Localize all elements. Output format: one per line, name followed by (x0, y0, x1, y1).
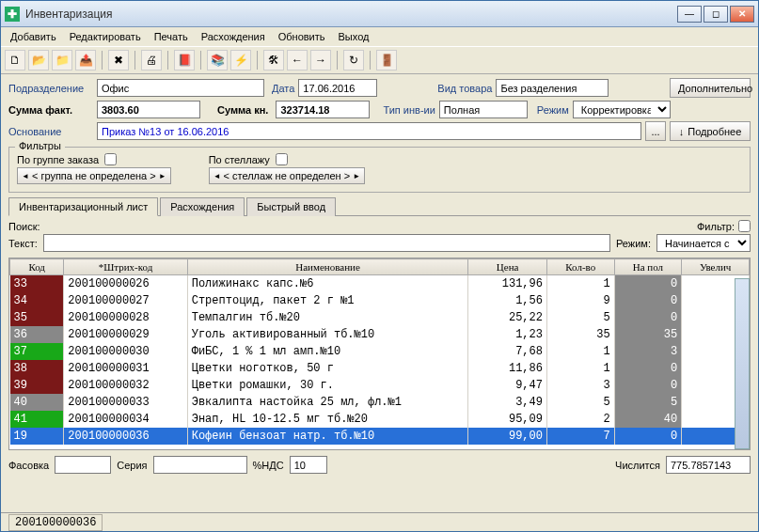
search-mode-select[interactable]: Начинается с (656, 234, 751, 252)
flash-icon[interactable]: ⚡ (230, 50, 251, 70)
col-header[interactable]: Наименование (187, 259, 468, 275)
menu-exit[interactable]: Выход (333, 29, 375, 44)
basis-input[interactable] (97, 122, 641, 140)
table-cell: 1,23 (468, 326, 547, 343)
vertical-scrollbar[interactable] (735, 278, 750, 449)
refresh-icon[interactable]: ↻ (343, 50, 364, 70)
table-cell: 200100000031 (64, 360, 187, 377)
table-row[interactable]: 36200100000029Уголь активированный тб.№1… (10, 326, 750, 343)
filter-checkbox[interactable] (738, 220, 751, 232)
col-header[interactable]: *Штрих-код (64, 259, 187, 275)
prev-icon[interactable]: ← (287, 50, 308, 70)
table-cell: Полижинакс капс.№6 (187, 275, 468, 292)
product-kind-label: Вид товара (437, 83, 492, 94)
new-icon[interactable]: 🗋 (5, 50, 25, 70)
table-row[interactable]: 37200100000030ФиБС, 1 % 1 мл амп.№107,68… (10, 343, 750, 360)
table-cell: 1 (546, 360, 614, 377)
table-row[interactable]: 40200100000033Эвкалипта настойка 25 мл, … (10, 394, 750, 411)
table-row[interactable]: 19200100000036Кофеин бензоат натр. тб.№1… (10, 428, 750, 445)
filter-group-dropdown[interactable]: ◄< группа не определена >► (17, 167, 171, 184)
filter-group-checkbox[interactable] (104, 153, 117, 165)
search-label: Поиск: (8, 221, 40, 232)
tab-inventory-list[interactable]: Инвентаризационный лист (8, 197, 158, 216)
menu-discrepancies[interactable]: Расхождения (196, 29, 271, 44)
table-row[interactable]: 33200100000026Полижинакс капс.№6131,9610 (10, 275, 750, 292)
counted-input[interactable] (666, 456, 751, 474)
table-row[interactable]: 38200100000031Цветки ноготков, 50 г11,86… (10, 360, 750, 377)
table-cell: 131,96 (468, 275, 547, 292)
filter-shelf-dropdown[interactable]: ◄< стеллаж не определен >► (209, 167, 365, 184)
tab-quick-entry[interactable]: Быстрый ввод (246, 197, 336, 216)
table-row[interactable]: 39200100000032Цветки ромашки, 30 г.9,473… (10, 377, 750, 394)
inventory-table[interactable]: Код*Штрих-кодНаименованиеЦенаКол-воНа по… (8, 258, 751, 450)
table-row[interactable]: 35200100000028Темпалгин тб.№2025,2250 (10, 309, 750, 326)
col-header[interactable]: Код (10, 259, 64, 275)
exit-icon[interactable]: 🚪 (376, 50, 397, 70)
series-label: Серия (117, 460, 147, 471)
app-icon: ✚ (5, 7, 20, 22)
filter-shelf-checkbox[interactable] (276, 153, 288, 165)
menu-print[interactable]: Печать (149, 29, 194, 44)
series-input[interactable] (153, 456, 247, 474)
close-button[interactable]: ✕ (730, 6, 754, 23)
table-cell: 200100000028 (64, 309, 187, 326)
statusbar: 200100000036 (1, 512, 758, 531)
mode-select[interactable]: Корректировка (573, 101, 671, 118)
open-icon[interactable]: 📂 (28, 50, 49, 70)
table-row[interactable]: 41200100000034Энап, HL 10-12.5 мг тб.№20… (10, 411, 750, 428)
folder-in-icon[interactable]: 📁 (52, 50, 72, 70)
pack-input[interactable] (55, 456, 111, 474)
product-kind-input[interactable] (496, 79, 609, 97)
table-cell: Темпалгин тб.№20 (187, 309, 468, 326)
tools-icon[interactable]: 🛠 (263, 50, 284, 70)
sum-book-input[interactable] (276, 101, 370, 118)
table-cell: 200100000029 (64, 326, 187, 343)
table-cell: 36 (10, 326, 64, 343)
table-cell: 35 (546, 326, 614, 343)
table-cell: 5 (546, 394, 614, 411)
subdivision-label: Подразделение (8, 83, 93, 94)
subdivision-input[interactable] (97, 79, 264, 97)
filter-label: Фильтр: (697, 221, 735, 232)
menu-add[interactable]: Добавить (5, 29, 62, 44)
table-cell: 200100000036 (64, 428, 187, 445)
books-icon[interactable]: 📚 (207, 50, 228, 70)
tab-discrepancies[interactable]: Расхождения (160, 197, 245, 216)
tabs: Инвентаризационный лист Расхождения Быст… (8, 196, 751, 216)
col-header[interactable]: Кол-во (546, 259, 614, 275)
arrow-down-icon: ↓ (679, 126, 685, 137)
table-cell: 39 (10, 377, 64, 394)
folder-out-icon[interactable]: 📤 (75, 50, 96, 70)
table-cell: 200100000032 (64, 377, 187, 394)
sum-fact-input[interactable] (97, 101, 200, 118)
col-header[interactable]: На пол (614, 259, 682, 275)
col-header[interactable]: Цена (468, 259, 547, 275)
table-cell: 40 (614, 411, 682, 428)
table-cell: Стрептоцид, пакет 2 г №1 (187, 292, 468, 309)
minimize-button[interactable]: — (677, 6, 702, 23)
extra-button[interactable]: Дополнительно (670, 78, 751, 98)
import-icon[interactable]: 📕 (174, 50, 195, 70)
maximize-button[interactable]: ◻ (704, 6, 728, 23)
toolbar: 🗋 📂 📁 📤 ✖ 🖨 📕 📚 ⚡ 🛠 ← → ↻ 🚪 (1, 46, 758, 74)
table-cell: 9 (546, 292, 614, 309)
detail-button[interactable]: ↓Подробнее (670, 121, 751, 141)
table-row[interactable]: 34200100000027Стрептоцид, пакет 2 г №11,… (10, 292, 750, 309)
print-icon[interactable]: 🖨 (141, 50, 162, 70)
col-header[interactable]: Увелич (682, 259, 750, 275)
menu-edit[interactable]: Редактировать (64, 29, 147, 44)
table-cell: 5 (614, 394, 682, 411)
inv-type-input[interactable] (439, 101, 528, 118)
table-cell: 1 (546, 275, 614, 292)
table-cell: 200100000027 (64, 292, 187, 309)
delete-icon[interactable]: ✖ (108, 50, 129, 70)
vat-input[interactable] (290, 456, 327, 474)
next-icon[interactable]: → (310, 50, 331, 70)
filters-title: Фильтры (15, 140, 65, 151)
filter-shelf-label: По стеллажу (209, 154, 270, 165)
menu-refresh[interactable]: Обновить (273, 29, 331, 44)
basis-browse-button[interactable]: ... (645, 121, 666, 141)
search-text-input[interactable] (43, 234, 610, 252)
table-cell: 0 (614, 275, 682, 292)
date-input[interactable] (298, 79, 377, 97)
